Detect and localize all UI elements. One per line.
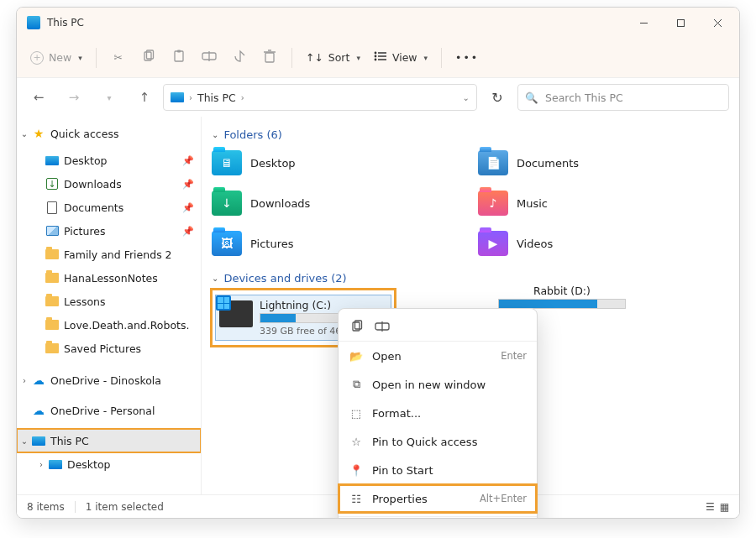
context-format[interactable]: ⬚Format... [339, 399, 537, 427]
chevron-right-icon[interactable]: › [17, 376, 32, 385]
chevron-down-icon[interactable]: ⌄ [463, 93, 470, 102]
folder-icon [45, 320, 59, 330]
sidebar-item-folder[interactable]: Family and Friends 2 [17, 243, 201, 266]
paste-button[interactable] [165, 44, 192, 71]
sidebar-this-pc[interactable]: ⌄This PC [17, 429, 201, 452]
chevron-down-icon[interactable]: ⌄ [17, 129, 32, 138]
svg-point-13 [375, 52, 377, 55]
folder-icon [45, 296, 59, 306]
context-pin-quick-access[interactable]: ☆Pin to Quick access [339, 427, 537, 456]
maximize-button[interactable] [662, 10, 699, 35]
chevron-down-icon: ⌄ [212, 274, 218, 283]
copy-icon [142, 50, 155, 65]
explorer-window: This PC + New ▾ ✂ ↑↓ Sort ▾ View ▾ •• [16, 7, 740, 519]
svg-rect-10 [265, 53, 274, 62]
this-pc-icon [171, 92, 184, 102]
sidebar-onedrive-1[interactable]: ›☁OneDrive - Dinoskola [17, 368, 201, 392]
status-item-count: 8 items [27, 501, 65, 513]
recent-locations-button[interactable]: ▾ [97, 93, 121, 102]
sidebar-item-desktop-under-pc[interactable]: ›Desktop [17, 452, 201, 476]
context-open[interactable]: 📂OpenEnter [339, 342, 537, 370]
sidebar-onedrive-2[interactable]: ›☁OneDrive - Personal [17, 399, 201, 422]
share-icon [233, 50, 246, 65]
command-bar: + New ▾ ✂ ↑↓ Sort ▾ View ▾ ••• [17, 38, 739, 78]
folder-downloads[interactable]: ↓Downloads [212, 186, 463, 220]
context-pin-start[interactable]: 📍Pin to Start [339, 456, 537, 484]
titlebar: This PC [17, 8, 739, 38]
sidebar-item-downloads[interactable]: ↓Downloads📌 [17, 172, 201, 196]
chevron-right-icon[interactable]: › [34, 460, 49, 469]
sort-button[interactable]: ↑↓ Sort ▾ [301, 44, 365, 71]
copy-button[interactable] [135, 44, 162, 71]
folder-open-icon: 📂 [349, 348, 364, 363]
sidebar-item-pictures[interactable]: Pictures📌 [17, 219, 201, 243]
details-view-button[interactable]: ☰ [706, 501, 715, 513]
svg-rect-6 [175, 51, 183, 61]
section-folders[interactable]: ⌄ Folders (6) [212, 128, 729, 141]
pictures-folder-icon: 🖼 [212, 231, 242, 256]
folder-icon [45, 343, 59, 353]
scissors-icon: ✂ [114, 51, 123, 64]
sidebar-item-folder[interactable]: Saved Pictures [17, 337, 201, 360]
new-window-icon: ⧉ [349, 377, 364, 392]
folder-icon [45, 249, 59, 259]
this-pc-icon [27, 16, 40, 29]
svg-point-15 [375, 55, 377, 58]
window-title: This PC [47, 17, 84, 29]
breadcrumb-this-pc[interactable]: This PC [197, 91, 236, 104]
minimize-button[interactable] [625, 10, 662, 35]
folder-music[interactable]: ♪Music [478, 186, 729, 220]
navigation-bar: ← → ▾ ↑ › This PC › ⌄ ↻ 🔍 Search This PC [17, 78, 739, 117]
refresh-button[interactable]: ↻ [484, 90, 511, 106]
ellipsis-icon: ••• [455, 51, 479, 64]
chevron-right-icon: › [241, 93, 244, 102]
cloud-icon: ☁ [32, 373, 45, 387]
more-button[interactable]: ••• [450, 44, 484, 71]
rename-button[interactable] [196, 44, 223, 71]
cloud-icon: ☁ [32, 404, 45, 417]
search-placeholder: Search This PC [545, 91, 623, 104]
properties-icon: ☷ [349, 491, 364, 506]
sidebar-item-folder[interactable]: Love.Death.and.Robots.S03.10 [17, 313, 201, 337]
clipboard-icon [172, 50, 186, 65]
chevron-down-icon: ▾ [424, 54, 428, 62]
context-open-new-window[interactable]: ⧉Open in new window [339, 370, 537, 399]
delete-button[interactable] [256, 44, 283, 71]
svg-rect-1 [677, 19, 684, 26]
chevron-down-icon: ⌄ [212, 130, 218, 139]
sidebar-item-documents[interactable]: Documents📌 [17, 196, 201, 219]
videos-folder-icon: ▶ [478, 231, 508, 256]
pin-icon: 📍 [349, 462, 364, 478]
thumbnails-view-button[interactable]: ▦ [720, 501, 729, 513]
new-button[interactable]: + New ▾ [25, 44, 87, 71]
up-button[interactable]: ↑ [133, 90, 156, 105]
folder-desktop[interactable]: 🖥Desktop [212, 146, 463, 180]
forward-button[interactable]: → [62, 90, 86, 105]
os-drive-icon [219, 300, 253, 327]
chevron-down-icon[interactable]: ⌄ [17, 436, 32, 446]
search-box[interactable]: 🔍 Search This PC [517, 84, 729, 111]
folder-pictures[interactable]: 🖼Pictures [212, 227, 463, 260]
plus-circle-icon: + [30, 51, 44, 65]
rename-icon[interactable] [374, 319, 391, 334]
back-button[interactable]: ← [27, 90, 50, 105]
folder-videos[interactable]: ▶Videos [478, 227, 729, 260]
sidebar-item-desktop[interactable]: Desktop📌 [17, 149, 201, 172]
chevron-down-icon: ▾ [356, 54, 360, 62]
cut-button[interactable]: ✂ [105, 44, 132, 71]
share-button[interactable] [226, 44, 253, 71]
folder-documents[interactable]: 📄Documents [478, 146, 729, 180]
star-icon: ★ [32, 127, 45, 140]
sidebar-quick-access[interactable]: ⌄ ★ Quick access [17, 122, 201, 145]
downloads-folder-icon: ↓ [212, 191, 242, 216]
sidebar-item-folder[interactable]: Lessons [17, 290, 201, 313]
pin-icon: 📌 [182, 179, 194, 190]
close-button[interactable] [699, 10, 736, 35]
copy-icon[interactable] [349, 319, 365, 334]
context-properties[interactable]: ☷PropertiesAlt+Enter [339, 484, 537, 513]
sidebar-item-folder[interactable]: HanaLessonNotes [17, 266, 201, 290]
view-button[interactable]: View ▾ [369, 44, 433, 71]
search-icon: 🔍 [525, 91, 538, 104]
address-bar[interactable]: › This PC › ⌄ [163, 84, 477, 111]
context-menu: 📂OpenEnter ⧉Open in new window ⬚Format..… [338, 308, 538, 519]
